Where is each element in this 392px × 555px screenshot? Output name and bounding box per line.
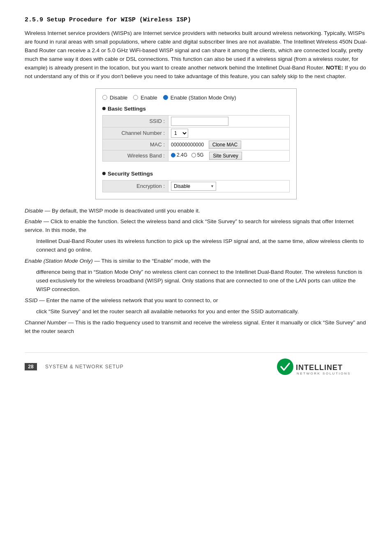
radio-enable-label: Enable: [141, 95, 157, 101]
radio-enable-station-label: Enable (Station Mode Only): [171, 95, 236, 101]
ssid-input[interactable]: [171, 117, 228, 126]
radio-enable-station[interactable]: [163, 95, 168, 100]
radio-disable-label: Disable: [110, 95, 127, 101]
desc-enable-cont1: Intellinet Dual-Band Router uses its wir…: [25, 237, 367, 254]
security-settings-heading: Security Settings: [102, 171, 290, 177]
footer-left: 28 SYSTEM & NETWORK SETUP: [25, 363, 124, 370]
ssid-label: SSID :: [103, 115, 168, 127]
channel-label: Channel Number :: [103, 127, 168, 139]
site-survey-button[interactable]: Site Survey: [209, 152, 242, 160]
mac-row: MAC : 000000000000 Clone MAC: [103, 139, 290, 150]
desc-disable: Disable — By default, the WISP mode is d…: [25, 207, 367, 215]
channel-field-cell: 1234 5678 91011: [168, 127, 290, 139]
intellinet-logo: INTELLINET NETWORK SOLUTIONS: [277, 358, 367, 376]
term-station: Enable (Station Mode Only): [25, 258, 93, 264]
basic-settings-table: SSID : Channel Number : 1234 5678 91011 …: [102, 115, 290, 162]
footer-label: SYSTEM & NETWORK SETUP: [45, 364, 124, 370]
security-settings-label: Security Settings: [108, 171, 153, 177]
desc-channel: Channel Number — This is the radio frequ…: [25, 319, 367, 336]
intro-paragraph: Wireless Internet service providers (WIS…: [25, 29, 367, 81]
encryption-label: Encryption :: [103, 180, 168, 192]
encryption-field-cell: Disable WEP WPA WPA2: [168, 180, 290, 192]
radio-5g-label: 5G: [197, 152, 204, 158]
term-ssid: SSID: [25, 297, 38, 303]
ssid-field-cell: [168, 115, 290, 127]
svg-text:INTELLINET: INTELLINET: [296, 363, 343, 372]
description-list: Disable — By default, the WISP mode is d…: [25, 207, 367, 336]
wireless-band-cell: 2.4G 5G Site Survey: [168, 150, 290, 161]
ssid-row: SSID :: [103, 115, 290, 127]
radio-2-4g-btn: [171, 153, 175, 157]
desc-station: Enable (Station Mode Only) — This is sim…: [25, 257, 367, 266]
radio-5g-btn: [191, 153, 196, 157]
wireless-band-row: Wireless Band : 2.4G 5G Site Survey: [103, 150, 290, 161]
logo-area: INTELLINET NETWORK SOLUTIONS: [277, 358, 367, 376]
encryption-select[interactable]: Disable WEP WPA WPA2: [171, 182, 216, 191]
wireless-band-label: Wireless Band :: [103, 150, 168, 161]
radio-enable[interactable]: [133, 95, 138, 100]
mode-radio-row: Disable Enable Enable (Station Mode Only…: [102, 95, 290, 101]
security-settings-table: Encryption : Disable WEP WPA WPA2: [102, 180, 290, 192]
basic-settings-section: Basic Settings SSID : Channel Number : 1…: [102, 106, 290, 162]
radio-5g[interactable]: 5G: [191, 152, 204, 158]
basic-bullet: [102, 107, 106, 110]
basic-settings-label: Basic Settings: [108, 106, 146, 112]
channel-select[interactable]: 1234 5678 91011: [171, 129, 188, 138]
security-settings-section: Security Settings Encryption : Disable W…: [102, 171, 290, 192]
desc-ssid-cont1: click “Site Survey” and let the router s…: [25, 308, 367, 316]
page-number-box: 28: [25, 363, 37, 370]
encryption-row: Encryption : Disable WEP WPA WPA2: [103, 180, 290, 192]
footer: 28 SYSTEM & NETWORK SETUP INTELLINET NET…: [25, 352, 367, 376]
security-bullet: [102, 172, 106, 175]
radio-disable[interactable]: [102, 95, 107, 100]
encryption-select-wrap: Disable WEP WPA WPA2: [171, 182, 216, 191]
svg-point-0: [277, 358, 293, 375]
note-prefix: NOTE:: [326, 65, 343, 71]
section-title: 2.5.9 Setup Procedure for WISP (Wireless…: [25, 16, 367, 23]
channel-row: Channel Number : 1234 5678 91011: [103, 127, 290, 139]
ui-panel: Disable Enable Enable (Station Mode Only…: [95, 88, 297, 199]
term-channel: Channel Number: [25, 319, 67, 326]
svg-text:NETWORK  SOLUTIONS: NETWORK SOLUTIONS: [297, 372, 351, 375]
clone-mac-button[interactable]: Clone MAC: [209, 141, 241, 149]
desc-ssid: SSID — Enter the name of the wireless ne…: [25, 296, 367, 305]
desc-enable: Enable — Click to enable the function. S…: [25, 217, 367, 235]
radio-2-4g-label: 2.4G: [177, 152, 187, 158]
term-enable: Enable: [25, 218, 42, 224]
mac-field-cell: 000000000000 Clone MAC: [168, 139, 290, 150]
radio-2-4g[interactable]: 2.4G: [171, 152, 187, 158]
mac-label: MAC :: [103, 139, 168, 150]
term-disable: Disable: [25, 208, 43, 214]
mac-value: 000000000000: [171, 142, 204, 148]
desc-station-cont1: difference being that in “Station Mode O…: [25, 268, 367, 294]
basic-settings-heading: Basic Settings: [102, 106, 290, 112]
